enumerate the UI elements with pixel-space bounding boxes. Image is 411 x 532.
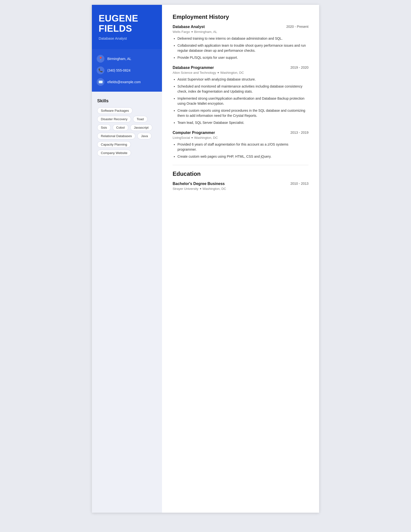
education-heading: Education bbox=[173, 171, 308, 177]
job-title: Database Analyst bbox=[173, 25, 205, 29]
last-name: FIELDS bbox=[99, 23, 132, 34]
job-entry: Database Analyst2020 - PresentWells Farg… bbox=[173, 25, 308, 60]
bullet-item: Delivered training to new interns on dat… bbox=[177, 36, 308, 41]
skill-tag: Cobol bbox=[113, 124, 128, 131]
job-title: Computer Programmer bbox=[173, 131, 215, 135]
phone-item: 📞 (340) 555-0824 bbox=[97, 66, 157, 74]
candidate-title: Database Analyst bbox=[99, 36, 155, 40]
job-title: Database Programmer bbox=[173, 66, 214, 70]
bullet-item: Provide PL/SQL scripts for user support. bbox=[177, 55, 308, 60]
job-bullets: Delivered training to new interns on dat… bbox=[173, 36, 308, 60]
job-meta: Wells Fargo Birmingham, AL bbox=[173, 30, 308, 34]
skill-tag: Javascript bbox=[130, 124, 152, 131]
education-entry: Bachelor's Degree Business2010 - 2013Str… bbox=[173, 182, 308, 190]
job-meta: LivingSocial Washington, DC bbox=[173, 136, 308, 140]
skill-tag: Company Website bbox=[97, 150, 131, 156]
contact-section: 📍 Birmingham, AL 📞 (340) 555-0824 ✉️ efi… bbox=[92, 49, 162, 92]
education-header: Bachelor's Degree Business2010 - 2013 bbox=[173, 182, 308, 186]
meta-dot bbox=[218, 72, 219, 73]
sidebar-header: EUGENE FIELDS Database Analyst bbox=[92, 5, 162, 49]
bullet-item: Provided 6 years of staff augmentation f… bbox=[177, 142, 308, 152]
employment-heading: Employment History bbox=[173, 14, 308, 20]
bullet-item: Scheduled and monitored all maintenance … bbox=[177, 84, 308, 94]
job-location: Washington, DC bbox=[194, 136, 218, 140]
meta-dot bbox=[191, 31, 193, 32]
company-name: Alion Science and Technology bbox=[173, 71, 216, 75]
skill-tag: Relational Databases bbox=[97, 133, 135, 139]
education-dates: 2010 - 2013 bbox=[290, 182, 308, 185]
phone-text: (340) 555-0824 bbox=[107, 68, 131, 72]
job-entry: Database Programmer2019 - 2020Alion Scie… bbox=[173, 66, 308, 125]
phone-icon: 📞 bbox=[97, 66, 104, 74]
job-bullets: Provided 6 years of staff augmentation f… bbox=[173, 142, 308, 159]
edu-location: Washington, DC bbox=[203, 187, 226, 190]
skills-list: Software PackagesDisaster RecoveryToadSs… bbox=[97, 107, 157, 156]
company-name: LivingSocial bbox=[173, 136, 190, 140]
section-divider bbox=[173, 165, 308, 165]
bullet-item: Implemented strong user/Application auth… bbox=[177, 96, 308, 106]
skills-section: Skills Software PackagesDisaster Recover… bbox=[92, 92, 162, 513]
email-icon: ✉️ bbox=[97, 78, 104, 86]
candidate-name: EUGENE FIELDS bbox=[99, 14, 155, 34]
job-header: Database Programmer2019 - 2020 bbox=[173, 66, 308, 70]
skill-tag: Disaster Recovery bbox=[97, 116, 131, 122]
school-name: Strayer University bbox=[173, 187, 198, 190]
bullet-item: Create custom reports using stored proce… bbox=[177, 108, 308, 118]
company-name: Wells Fargo bbox=[173, 30, 190, 34]
education-meta: Strayer University Washington, DC bbox=[173, 187, 308, 190]
job-dates: 2020 - Present bbox=[286, 25, 308, 28]
job-location: Washington, DC bbox=[220, 71, 244, 75]
job-meta: Alion Science and Technology Washington,… bbox=[173, 71, 308, 75]
education-list: Bachelor's Degree Business2010 - 2013Str… bbox=[173, 182, 308, 190]
location-icon: 📍 bbox=[97, 55, 104, 63]
sidebar: EUGENE FIELDS Database Analyst 📍 Birming… bbox=[92, 5, 162, 513]
location-item: 📍 Birmingham, AL bbox=[97, 55, 157, 63]
job-location: Birmingham, AL bbox=[194, 30, 217, 34]
skill-tag: Java bbox=[137, 133, 152, 139]
job-bullets: Assist Supervisor with analyzing databas… bbox=[173, 77, 308, 125]
jobs-list: Database Analyst2020 - PresentWells Farg… bbox=[173, 25, 308, 159]
job-header: Database Analyst2020 - Present bbox=[173, 25, 308, 29]
bullet-item: Collaborated with application team to tr… bbox=[177, 43, 308, 53]
skills-heading: Skills bbox=[97, 98, 157, 104]
job-header: Computer Programmer2013 - 2019 bbox=[173, 131, 308, 135]
degree-title: Bachelor's Degree Business bbox=[173, 182, 224, 186]
bullet-item: Team lead, SQL Server Database Specialis… bbox=[177, 120, 308, 125]
meta-dot bbox=[191, 137, 193, 138]
skill-tag: Toad bbox=[133, 116, 147, 122]
email-text: efields@example.com bbox=[107, 80, 141, 84]
bullet-item: Assist Supervisor with analyzing databas… bbox=[177, 77, 308, 82]
location-text: Birmingham, AL bbox=[107, 57, 131, 61]
main-content: Employment History Database Analyst2020 … bbox=[162, 5, 319, 513]
job-dates: 2013 - 2019 bbox=[290, 131, 308, 134]
resume-container: EUGENE FIELDS Database Analyst 📍 Birming… bbox=[92, 5, 319, 513]
skill-tag: Ssis bbox=[97, 124, 111, 131]
skill-tag: Capacity Planning bbox=[97, 141, 131, 148]
job-dates: 2019 - 2020 bbox=[290, 66, 308, 69]
bullet-item: Create custom web pages using PHP, HTML,… bbox=[177, 154, 308, 159]
first-name: EUGENE bbox=[99, 13, 138, 23]
skill-tag: Software Packages bbox=[97, 107, 132, 114]
job-entry: Computer Programmer2013 - 2019LivingSoci… bbox=[173, 131, 308, 159]
meta-dot bbox=[200, 188, 201, 189]
email-item: ✉️ efields@example.com bbox=[97, 78, 157, 86]
